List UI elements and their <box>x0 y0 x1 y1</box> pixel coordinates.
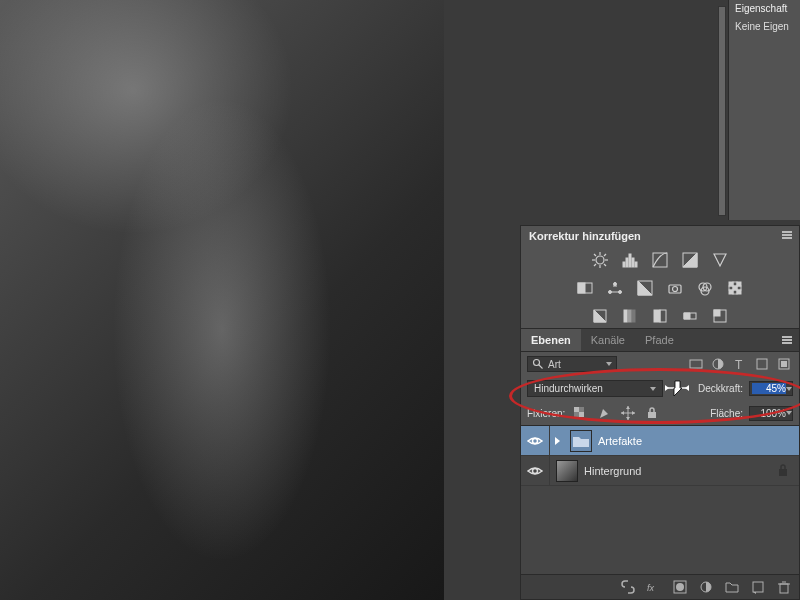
exposure-icon[interactable] <box>680 251 700 269</box>
brightness-contrast-icon[interactable] <box>590 251 610 269</box>
opacity-label: Deckkraft: <box>698 383 743 394</box>
threshold-icon[interactable] <box>650 307 670 325</box>
layer-name[interactable]: Hintergrund <box>584 465 641 477</box>
layers-footer: fx <box>521 574 799 599</box>
blend-mode-value: Hindurchwirken <box>534 383 650 394</box>
link-layers-icon[interactable] <box>619 579 637 595</box>
lock-transparent-icon[interactable] <box>571 405 589 421</box>
fx-icon[interactable]: fx <box>645 579 663 595</box>
svg-point-45 <box>534 360 540 366</box>
trash-icon[interactable] <box>775 579 793 595</box>
fill-input-box[interactable] <box>749 406 793 421</box>
blend-opacity-row: Hindurchwirken Deckkraft: <box>521 376 799 401</box>
tab-layers[interactable]: Ebenen <box>521 329 581 351</box>
layers-panel-menu-icon[interactable] <box>779 335 795 347</box>
adjustments-row-1 <box>521 246 799 274</box>
svg-rect-9 <box>623 262 625 267</box>
visibility-toggle[interactable] <box>521 435 549 447</box>
tab-channels[interactable]: Kanäle <box>581 329 635 351</box>
svg-point-62 <box>533 468 538 473</box>
svg-rect-44 <box>714 310 720 316</box>
posterize-icon[interactable] <box>620 307 640 325</box>
vibrance-icon[interactable] <box>710 251 730 269</box>
curves-icon[interactable] <box>650 251 670 269</box>
svg-point-23 <box>673 287 678 292</box>
gradient-map-icon[interactable] <box>680 307 700 325</box>
svg-rect-30 <box>729 286 733 290</box>
svg-point-66 <box>676 583 684 591</box>
lock-all-icon[interactable] <box>643 405 661 421</box>
document-image <box>0 0 444 600</box>
color-balance-icon[interactable] <box>605 279 625 297</box>
svg-rect-60 <box>648 412 656 418</box>
svg-rect-47 <box>690 360 702 368</box>
svg-rect-57 <box>574 412 579 417</box>
layer-filter-input[interactable] <box>548 359 598 370</box>
opacity-input[interactable] <box>752 383 786 394</box>
svg-rect-35 <box>737 290 741 294</box>
new-layer-icon[interactable] <box>749 579 767 595</box>
blend-mode-dropdown[interactable]: Hindurchwirken <box>527 380 663 397</box>
layer-row-background[interactable]: Hintergrund <box>521 456 799 486</box>
svg-rect-34 <box>733 290 737 294</box>
properties-scrollbar[interactable] <box>718 6 726 216</box>
svg-point-20 <box>614 283 617 286</box>
svg-rect-28 <box>733 282 737 286</box>
fill-input[interactable] <box>752 408 786 419</box>
panel-menu-icon[interactable] <box>779 230 795 242</box>
visibility-toggle[interactable] <box>521 465 549 477</box>
lock-pixels-icon[interactable] <box>595 405 613 421</box>
adjustments-row-3 <box>521 302 799 330</box>
levels-icon[interactable] <box>620 251 640 269</box>
chevron-down-icon <box>606 362 612 366</box>
svg-rect-33 <box>729 290 733 294</box>
svg-line-7 <box>604 254 606 256</box>
filter-adjust-icon[interactable] <box>709 356 727 372</box>
hue-sat-icon[interactable] <box>575 279 595 297</box>
svg-rect-50 <box>757 359 767 369</box>
tab-paths[interactable]: Pfade <box>635 329 684 351</box>
svg-line-8 <box>594 264 596 266</box>
black-white-icon[interactable] <box>635 279 655 297</box>
svg-line-46 <box>539 365 543 369</box>
adjustment-icon[interactable] <box>697 579 715 595</box>
svg-rect-32 <box>737 286 741 290</box>
mask-icon[interactable] <box>671 579 689 595</box>
svg-point-0 <box>596 256 604 264</box>
canvas-workspace[interactable] <box>0 0 444 600</box>
invert-icon[interactable] <box>590 307 610 325</box>
svg-line-5 <box>594 254 596 256</box>
svg-point-61 <box>533 438 538 443</box>
svg-rect-14 <box>653 253 667 267</box>
lock-position-icon[interactable] <box>619 405 637 421</box>
svg-rect-12 <box>632 258 634 267</box>
svg-rect-10 <box>626 258 628 267</box>
color-lookup-icon[interactable] <box>725 279 745 297</box>
svg-rect-39 <box>632 310 635 322</box>
photo-filter-icon[interactable] <box>665 279 685 297</box>
new-group-icon[interactable] <box>723 579 741 595</box>
svg-rect-63 <box>779 469 787 476</box>
folder-disclosure-icon[interactable] <box>550 437 564 445</box>
filter-type-icon[interactable]: T <box>731 356 749 372</box>
layer-filter-dropdown[interactable] <box>527 356 617 372</box>
svg-rect-11 <box>629 254 631 267</box>
svg-rect-37 <box>624 310 627 322</box>
selective-color-icon[interactable] <box>710 307 730 325</box>
layer-name[interactable]: Artefakte <box>598 435 642 447</box>
svg-rect-31 <box>733 286 737 290</box>
right-dock: Eigenschaft Keine Eigen Korrektur hinzuf… <box>520 0 800 600</box>
filter-shape-icon[interactable] <box>753 356 771 372</box>
svg-rect-40 <box>654 310 660 322</box>
properties-title: Eigenschaft <box>729 0 800 17</box>
svg-rect-17 <box>578 283 585 293</box>
layer-row-folder[interactable]: Artefakte <box>521 426 799 456</box>
svg-rect-69 <box>780 584 788 593</box>
filter-pixel-icon[interactable] <box>687 356 705 372</box>
layers-list: Artefakte Hintergrund <box>521 425 799 574</box>
opacity-input-box[interactable] <box>749 381 793 396</box>
filter-smart-icon[interactable] <box>775 356 793 372</box>
channel-mixer-icon[interactable] <box>695 279 715 297</box>
svg-point-19 <box>619 291 622 294</box>
chevron-down-icon <box>786 411 792 415</box>
